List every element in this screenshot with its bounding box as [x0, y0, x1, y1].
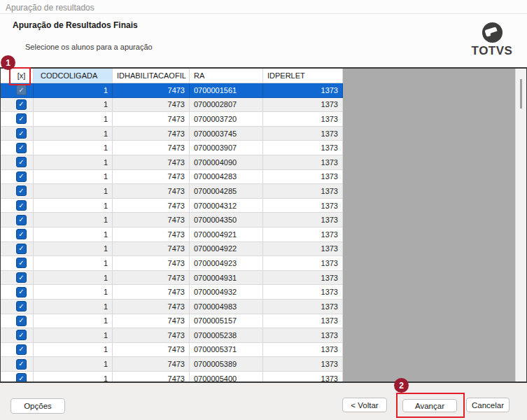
cell-idhabilitacaofil: 7473 — [113, 357, 190, 372]
cell-codcoligada: 1 — [34, 127, 113, 141]
header-idperlet[interactable]: IDPERLET — [263, 69, 343, 83]
row-checkbox-cell[interactable]: ✓ — [10, 213, 34, 227]
row-checkbox-cell[interactable]: ✓ — [10, 328, 34, 343]
row-checkbox-cell[interactable]: ✓ — [10, 98, 34, 113]
checkbox-checked-icon[interactable]: ✓ — [16, 359, 27, 370]
header-idhabilitacaofil[interactable]: IDHABILITACAOFIL — [113, 69, 190, 83]
cell-ra: 0700005400 — [190, 372, 263, 383]
header-ra[interactable]: RA — [190, 69, 263, 83]
table-row[interactable]: ✓ 1 7473 0700003907 1373 — [1, 141, 343, 155]
checkbox-checked-icon[interactable]: ✓ — [16, 344, 27, 355]
page-title: Apuração de Resultados Finais — [13, 20, 138, 30]
checkbox-checked-icon[interactable]: ✓ — [16, 229, 27, 239]
cell-idhabilitacaofil: 7473 — [113, 314, 190, 329]
cancel-button[interactable]: Cancelar — [466, 398, 510, 412]
checkbox-checked-icon[interactable]: ✓ — [16, 244, 27, 254]
checkbox-checked-icon[interactable]: ✓ — [16, 301, 27, 312]
vertical-scrollbar[interactable] — [515, 69, 526, 382]
cell-idhabilitacaofil: 7473 — [113, 343, 190, 358]
cell-ra: 0700003720 — [190, 112, 263, 127]
table-row[interactable]: ✓ 1 7473 0700004922 1373 — [1, 242, 343, 257]
table-row[interactable]: ✓ 1 7473 0700004283 1373 — [1, 170, 343, 185]
checkbox-checked-icon[interactable]: ✓ — [16, 373, 27, 383]
row-indicator-cell — [1, 83, 10, 98]
row-checkbox-cell[interactable]: ✓ — [10, 155, 34, 170]
checkbox-checked-icon[interactable]: ✓ — [16, 85, 27, 95]
row-checkbox-cell[interactable]: ✓ — [10, 271, 34, 286]
checkbox-checked-icon[interactable]: ✓ — [16, 200, 27, 211]
table-row[interactable]: ✓ 1 7473 0700004921 1373 — [1, 227, 343, 242]
row-checkbox-cell[interactable]: ✓ — [10, 127, 34, 141]
table-row[interactable]: ✓ 1 7473 0700004090 1373 — [1, 155, 343, 170]
cell-codcoligada: 1 — [34, 372, 113, 383]
row-checkbox-cell[interactable]: ✓ — [10, 227, 34, 242]
table-row[interactable]: ✓ 1 7473 0700005157 1373 — [1, 314, 343, 329]
table-row[interactable]: ✓ 1 7473 0700005389 1373 — [1, 357, 343, 372]
cell-idperlet: 1373 — [263, 357, 343, 372]
table-row[interactable]: ✓ 1 7473 0700004285 1373 — [1, 184, 343, 199]
table-row[interactable]: ✓ 1 7473 0700005371 1373 — [1, 343, 343, 358]
checkbox-checked-icon[interactable]: ✓ — [16, 215, 27, 225]
table-row[interactable]: ✓ 1 7473 0700002807 1373 — [1, 98, 343, 113]
table-row[interactable]: ✓ 1 7473 0700003720 1373 — [1, 112, 343, 127]
checkbox-checked-icon[interactable]: ✓ — [16, 113, 27, 124]
cell-ra: 0700005157 — [190, 314, 263, 329]
back-button[interactable]: < Voltar — [342, 398, 387, 412]
cell-codcoligada: 1 — [34, 155, 113, 170]
row-indicator-cell — [1, 213, 10, 227]
checkbox-checked-icon[interactable]: ✓ — [16, 316, 27, 326]
row-checkbox-cell[interactable]: ✓ — [10, 184, 34, 199]
row-checkbox-cell[interactable]: ✓ — [10, 300, 34, 314]
row-checkbox-cell[interactable]: ✓ — [10, 199, 34, 214]
checkbox-checked-icon[interactable]: ✓ — [16, 172, 27, 182]
cell-ra: 0700004090 — [190, 155, 263, 170]
cell-idperlet: 1373 — [263, 242, 343, 257]
row-indicator-cell — [1, 227, 10, 242]
cell-codcoligada: 1 — [34, 357, 113, 372]
cell-idhabilitacaofil: 7473 — [113, 256, 190, 271]
row-indicator-cell — [1, 300, 10, 314]
cell-idperlet: 1373 — [263, 155, 343, 170]
cell-codcoligada: 1 — [34, 227, 113, 242]
checkbox-checked-icon[interactable]: ✓ — [16, 330, 27, 340]
row-checkbox-cell[interactable]: ✓ — [10, 256, 34, 271]
table-row[interactable]: ✓ 1 7473 0700004983 1373 — [1, 300, 343, 314]
checkbox-checked-icon[interactable]: ✓ — [16, 287, 27, 298]
table-row[interactable]: ✓ 1 7473 0700005400 1373 — [1, 372, 343, 383]
table-row[interactable]: ✓ 1 7473 0700004350 1373 — [1, 213, 343, 227]
cell-idperlet: 1373 — [263, 83, 343, 98]
table-row[interactable]: ✓ 1 7473 0700003745 1373 — [1, 127, 343, 141]
checkbox-checked-icon[interactable]: ✓ — [16, 143, 27, 153]
cell-idperlet: 1373 — [263, 271, 343, 286]
checkbox-checked-icon[interactable]: ✓ — [16, 157, 27, 167]
row-checkbox-cell[interactable]: ✓ — [10, 170, 34, 185]
options-button[interactable]: Opções — [10, 398, 65, 414]
checkbox-checked-icon[interactable]: ✓ — [16, 99, 27, 110]
scrollbar-thumb[interactable] — [520, 79, 522, 108]
table-row[interactable]: ✓ 1 7473 0700004931 1373 — [1, 271, 343, 286]
checkbox-checked-icon[interactable]: ✓ — [16, 186, 27, 196]
row-checkbox-cell[interactable]: ✓ — [10, 372, 34, 383]
checkbox-checked-icon[interactable]: ✓ — [16, 128, 27, 139]
row-checkbox-cell[interactable]: ✓ — [10, 242, 34, 257]
table-row[interactable]: ✓ 1 7473 0700004932 1373 — [1, 285, 343, 300]
header-codcoligada[interactable]: CODCOLIGADA — [34, 69, 113, 83]
table-row[interactable]: ✓ 1 7473 0700004923 1373 — [1, 256, 343, 271]
cell-codcoligada: 1 — [34, 112, 113, 127]
checkbox-checked-icon[interactable]: ✓ — [16, 258, 27, 268]
table-row[interactable]: ✓ 1 7473 0700005238 1373 — [1, 328, 343, 343]
checkbox-checked-icon[interactable]: ✓ — [16, 272, 27, 283]
row-checkbox-cell[interactable]: ✓ — [10, 112, 34, 127]
row-checkbox-cell[interactable]: ✓ — [10, 83, 34, 98]
row-checkbox-cell[interactable]: ✓ — [10, 357, 34, 372]
row-checkbox-cell[interactable]: ✓ — [10, 141, 34, 155]
cell-codcoligada: 1 — [34, 328, 113, 343]
row-checkbox-cell[interactable]: ✓ — [10, 343, 34, 358]
table-row[interactable]: ✓ 1 7473 0700004312 1373 — [1, 199, 343, 214]
table-row[interactable]: ✓ 1 7473 0700001561 1373 — [1, 83, 343, 98]
row-checkbox-cell[interactable]: ✓ — [10, 285, 34, 300]
row-checkbox-cell[interactable]: ✓ — [10, 314, 34, 329]
row-indicator-cell — [1, 271, 10, 286]
cell-idhabilitacaofil: 7473 — [113, 83, 190, 98]
row-indicator-cell — [1, 98, 10, 113]
